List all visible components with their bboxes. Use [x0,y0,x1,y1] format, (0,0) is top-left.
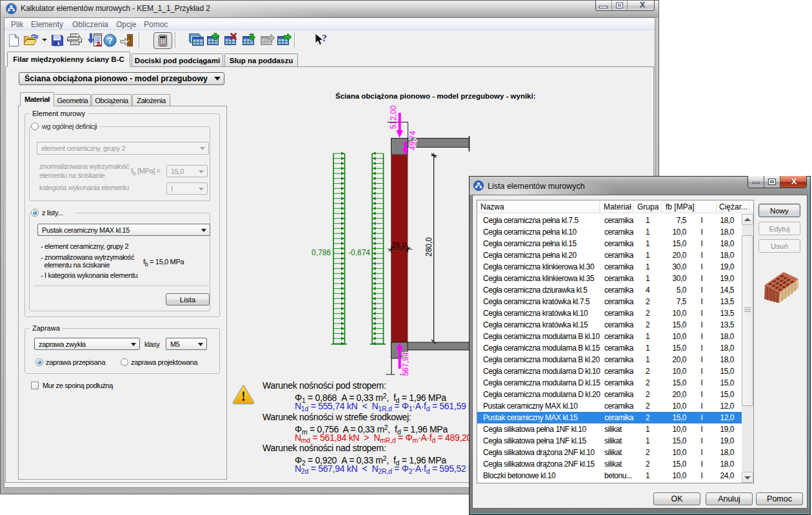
svg-text:?: ? [322,33,327,43]
svg-text:?: ? [107,35,113,46]
svg-text:512,00: 512,00 [389,105,398,129]
svg-text:280,0: 280,0 [424,237,433,257]
svg-text:49,74: 49,74 [408,131,417,150]
svg-text:567,94: 567,94 [401,352,410,376]
svg-text:-0,674: -0,674 [348,248,370,257]
svg-text:0,786: 0,786 [312,248,331,257]
svg-text:25,0: 25,0 [392,241,406,249]
